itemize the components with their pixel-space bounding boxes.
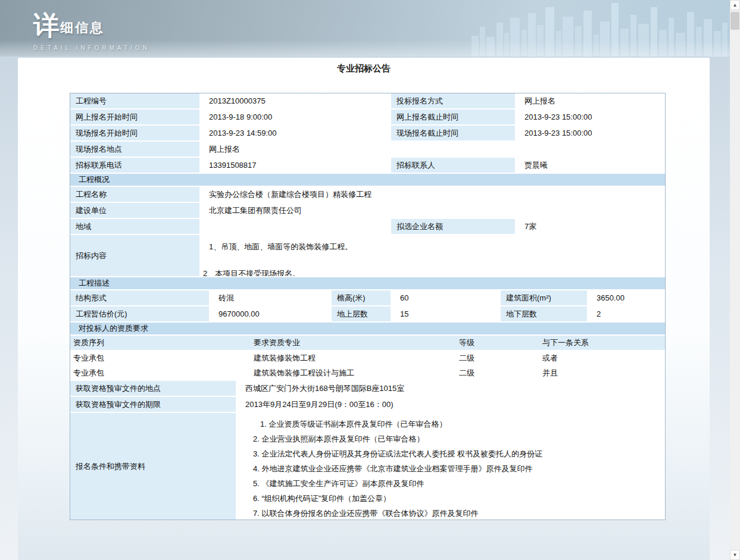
material-item: 1. 企业资质等级证书副本原件及复印件（已年审合格） [245,417,447,431]
tender-content-line: 2、本项目不接受现场报名。 [199,268,300,277]
page-banner: 详细信息 DETAIL INFORMATION [0,0,730,57]
field-label: 现场报名地点 [70,142,199,158]
cell-value: 并且 [539,366,665,381]
field-value: 西城区广安门外大街168号朗琴国际B座1015室 [236,381,665,397]
table-row: 招标内容 1、吊顶、地面、墙面等的装饰装修工程。 2、本项目不接受现场报名。 [70,235,665,277]
field-label: 地域 [70,219,199,235]
field-label: 地下层数 [501,306,587,323]
field-label: 檐高(米) [332,290,391,306]
field-value: 网上报名 [515,93,665,110]
field-label: 现场报名截止时间 [391,126,515,142]
banner-title-big-char: 详 [33,11,60,40]
field-label: 网上报名开始时间 [70,110,199,126]
column-header: 要求资质专业 [251,336,456,351]
cell-value: 专业承包 [70,351,251,366]
page-title: 专业招标公告 [337,63,391,74]
cell-value: 二级 [456,366,539,381]
field-label: 现场报名开始时间 [70,126,199,142]
field-label: 结构形式 [70,290,209,306]
field-value: 实验办公综合楼（新建综合楼项目）精装修工程 [199,187,665,203]
table-row: 获取资格预审文件的期限 2013年9月24日至9月29日(9：00至16：00) [70,397,665,413]
field-value: 7家 [515,219,665,235]
scrollbar-track[interactable] [730,10,740,550]
main-area: 详细信息 DETAIL INFORMATION 专业招标公告 工程编号 2013… [0,0,730,560]
column-header: 等级 [456,336,539,351]
field-label: 获取资格预审文件的期限 [70,397,236,413]
material-item: 4. 外地进京建筑业企业还应携带《北京市建筑业企业档案管理手册》原件及复印件 [245,461,532,476]
content-panel: 专业招标公告 工程编号 2013Z10000375 投标报名方式 网上报名 网上… [18,58,710,560]
material-item: 5. 《建筑施工安全生产许可证》副本原件及复印件 [245,476,424,491]
field-label: 拟选企业名额 [391,219,515,235]
field-value: 砖混 [209,290,332,306]
section-header-overview: 工程概况 [70,174,665,187]
table-row: 工程名称 实验办公综合楼（新建综合楼项目）精装修工程 [70,187,665,203]
field-label: 招标联系电话 [70,158,199,174]
material-item: 3. 企业法定代表人身份证明及其身份证或法定代表人委托授 权书及被委托人的身份证 [245,446,542,461]
table-row: 工程暂估价(元) 9670000.00 地上层数 15 地下层数 2 [70,306,665,323]
field-value: 北京建工集团有限责任公司 [199,203,665,219]
qualification-header-row: 资质序列 要求资质专业 等级 与下一条关系 [70,336,665,351]
material-item: 7. 以联合体身份报名的企业还应携带《联合体协议》原件及复印件 [245,506,478,520]
scrollbar-thumb[interactable] [730,12,739,30]
table-row: 工程编号 2013Z10000375 投标报名方式 网上报名 [70,93,665,110]
field-value: 9670000.00 [209,306,332,323]
table-row: 地域 拟选企业名额 7家 [70,219,665,235]
field-value: 贾晨曦 [515,158,665,174]
scroll-up-button[interactable]: ▲ [730,0,740,10]
table-row: 结构形式 砖混 檐高(米) 60 建筑面积(m²) 3650.00 [70,290,665,306]
field-label: 工程名称 [70,187,199,203]
field-label: 建筑面积(m²) [501,290,587,306]
cell-value: 建筑装修装饰工程 [251,351,456,366]
field-value [199,219,391,235]
table-row: 招标联系电话 13391508817 招标联系人 贾晨曦 [70,158,665,174]
cell-value: 或者 [539,351,665,366]
field-label: 工程编号 [70,93,199,110]
field-value: 2013-9-23 14:59:00 [199,126,391,142]
banner-subtitle: DETAIL INFORMATION [33,45,150,51]
tender-content-line: 1、吊顶、地面、墙面等的装饰装修工程。 [199,242,352,252]
field-value: 网上报名 [199,142,665,158]
table-row: 现场报名开始时间 2013-9-23 14:59:00 现场报名截止时间 201… [70,126,665,142]
field-label: 建设单位 [70,203,199,219]
material-item: 6. “组织机构代码证”复印件（加盖公章） [245,491,391,506]
qualification-row: 专业承包 建筑装饰装修工程设计与施工 二级 并且 [70,366,665,381]
field-value: 2013-9-18 9:00:00 [199,110,391,126]
field-label: 招标联系人 [391,158,515,174]
cell-value: 专业承包 [70,366,251,381]
table-row: 现场报名地点 网上报名 [70,142,665,158]
field-value: 60 [391,290,501,306]
field-label: 招标内容 [70,235,199,277]
field-value: 1. 企业资质等级证书副本原件及复印件（已年审合格） 2. 企业营业执照副本原件… [236,413,665,520]
field-label: 投标报名方式 [391,93,515,110]
page-title-bar: 专业招标公告 [18,58,710,79]
city-skyline-graphic [470,0,730,57]
arrow-down-icon: ▼ [733,552,738,558]
banner-text: 详细信息 DETAIL INFORMATION [33,8,150,51]
field-value: 3650.00 [587,290,665,306]
banner-title-rest: 细信息 [60,20,105,35]
section-header-qualification: 对投标人的资质要求 [70,323,665,336]
announcement-table: 工程编号 2013Z10000375 投标报名方式 网上报名 网上报名开始时间 … [70,93,666,520]
arrow-up-icon: ▲ [733,2,738,8]
table-row: 获取资格预审文件的地点 西城区广安门外大街168号朗琴国际B座1015室 [70,381,665,397]
scroll-down-button[interactable]: ▼ [730,550,740,560]
cell-value: 二级 [456,351,539,366]
field-label: 获取资格预审文件的地点 [70,381,236,397]
field-value: 13391508817 [199,158,391,174]
vertical-scrollbar[interactable]: ▲ ▼ [730,0,740,560]
field-value: 2013-9-23 15:00:00 [515,110,665,126]
cell-value: 建筑装饰装修工程设计与施工 [251,366,456,381]
field-label: 地上层数 [332,306,391,323]
field-value: 2013年9月24日至9月29日(9：00至16：00) [236,397,665,413]
table-row: 建设单位 北京建工集团有限责任公司 [70,203,665,219]
field-value: 2013-9-23 15:00:00 [515,126,665,142]
column-header: 资质序列 [70,336,251,351]
field-label: 工程暂估价(元) [70,306,209,323]
table-row: 网上报名开始时间 2013-9-18 9:00:00 网上报名截止时间 2013… [70,110,665,126]
banner-title: 详细信息 [33,8,150,43]
column-header: 与下一条关系 [539,336,665,351]
field-value: 2 [587,306,665,323]
field-value: 2013Z10000375 [199,93,391,110]
page: 详细信息 DETAIL INFORMATION 专业招标公告 工程编号 2013… [0,0,740,560]
qualification-row: 专业承包 建筑装修装饰工程 二级 或者 [70,351,665,366]
